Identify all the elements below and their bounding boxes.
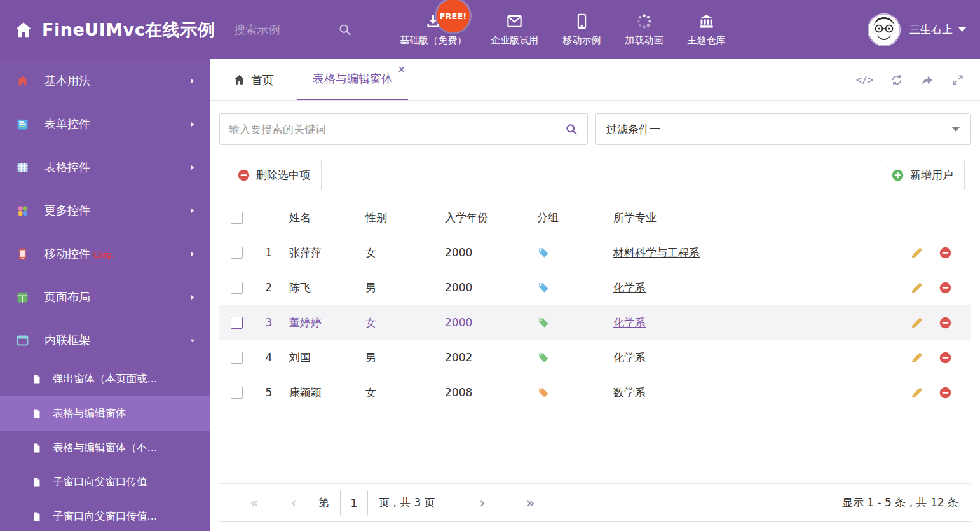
sidebar-subitem-grid-edit-window[interactable]: 表格与编辑窗体 — [0, 396, 210, 431]
cell-name: 陈飞 — [284, 280, 360, 295]
plus-circle-icon — [891, 169, 904, 182]
chevron-down-icon — [189, 337, 196, 344]
add-user-button[interactable]: 新增用户 — [880, 160, 965, 190]
nav-item-mobile-demo[interactable]: 移动示例 — [550, 13, 613, 46]
form-icon — [16, 118, 29, 131]
row-checkbox[interactable] — [231, 317, 243, 329]
nav-item-theme-repo[interactable]: 主题仓库 — [675, 13, 737, 46]
username: 三生石上 — [909, 22, 953, 37]
major-link[interactable]: 化学系 — [613, 281, 646, 294]
cell-year: 2000 — [440, 246, 532, 259]
column-major[interactable]: 所学专业 — [608, 210, 900, 225]
edit-icon[interactable] — [910, 351, 923, 364]
home-icon — [16, 74, 29, 88]
refresh-icon[interactable] — [890, 73, 904, 87]
cell-name: 康颖颖 — [284, 385, 360, 400]
top-header: FineUIMvc在线示例 FREE! 基础版（免费） 企业版试用 移动示例 — [0, 0, 980, 59]
delete-icon[interactable] — [939, 316, 952, 329]
corp-badge: Corp. — [93, 251, 114, 259]
table-row[interactable]: 5 康颖颖 女 2008 数学系 — [219, 375, 971, 410]
sidebar-item-more-controls[interactable]: 更多控件 — [0, 189, 210, 232]
table-row[interactable]: 2 陈飞 男 2000 化学系 — [219, 270, 971, 305]
chevron-right-icon — [189, 78, 196, 85]
column-name[interactable]: 姓名 — [284, 210, 360, 225]
sidebar-subitem-child-to-parent-2[interactable]: 子窗口向父窗口传值... — [0, 499, 210, 531]
delete-icon[interactable] — [939, 246, 952, 259]
filter-dropdown[interactable]: 过滤条件一 — [595, 113, 971, 145]
spinner-icon — [636, 13, 653, 30]
sidebar-subitem-label: 弹出窗体（本页面或... — [53, 372, 157, 386]
last-page-button[interactable]: » — [511, 495, 550, 511]
delete-selected-button[interactable]: 删除选中项 — [226, 160, 322, 190]
edit-icon[interactable] — [910, 316, 923, 329]
sidebar-item-basic-usage[interactable]: 基本用法 — [0, 59, 210, 102]
column-gender[interactable]: 性别 — [360, 210, 440, 225]
pagination-summary: 显示 1 - 5 条 , 共 12 条 — [842, 495, 958, 510]
sidebar-item-label: 页面布局 — [44, 289, 90, 305]
sidebar-item-mobile-controls[interactable]: 移动控件 Corp. — [0, 232, 210, 275]
major-link[interactable]: 化学系 — [613, 316, 646, 329]
major-link[interactable]: 材料科学与工程系 — [613, 246, 700, 259]
sidebar-item-form-controls[interactable]: 表单控件 — [0, 102, 210, 146]
nav-label: 加载动画 — [625, 34, 663, 46]
page-number-input[interactable] — [340, 490, 368, 516]
envelope-icon — [506, 13, 523, 30]
delete-icon[interactable] — [939, 386, 952, 399]
sidebar-item-page-layout[interactable]: 页面布局 — [0, 275, 210, 319]
app-root: FineUIMvc在线示例 FREE! 基础版（免费） 企业版试用 移动示例 — [0, 0, 980, 531]
tab-grid-edit-window[interactable]: 表格与编辑窗体 × — [297, 59, 408, 100]
mobile-icon — [16, 247, 29, 261]
first-page-button[interactable]: « — [235, 495, 274, 511]
sidebar-subitem-grid-edit-window-2[interactable]: 表格与编辑窗体（不... — [0, 431, 210, 465]
tab-home[interactable]: 首页 — [232, 59, 275, 100]
open-new-window-icon[interactable] — [920, 73, 934, 87]
row-checkbox[interactable] — [231, 352, 243, 364]
table-header-row: 姓名 性别 入学年份 分组 所学专业 — [219, 200, 971, 235]
view-source-icon[interactable]: </> — [856, 73, 873, 87]
next-page-button[interactable]: › — [454, 495, 511, 511]
row-checkbox[interactable] — [231, 387, 243, 399]
search-icon[interactable] — [565, 123, 578, 136]
file-icon — [31, 408, 42, 419]
bank-icon — [698, 13, 715, 30]
tag-icon — [537, 387, 549, 399]
nav-item-enterprise-trial[interactable]: 企业版试用 — [479, 13, 550, 46]
sidebar: 基本用法 表单控件 表格控件 更多控件 移动控件 Cor — [0, 59, 210, 531]
sidebar-item-inline-frame[interactable]: 内联框架 — [0, 319, 210, 362]
brand[interactable]: FineUIMvc在线示例 — [0, 18, 215, 41]
grid-toolbar: 删除选中项 新增用户 — [219, 153, 971, 200]
tag-icon — [537, 352, 549, 364]
column-year[interactable]: 入学年份 — [440, 210, 532, 225]
row-checkbox[interactable] — [231, 247, 243, 259]
user-menu[interactable]: 三生石上 — [868, 13, 980, 46]
table-row[interactable]: 1 张萍萍 女 2000 材料科学与工程系 — [219, 235, 971, 270]
home-icon — [14, 20, 33, 39]
delete-icon[interactable] — [939, 281, 952, 294]
sidebar-subitem-popup-window[interactable]: 弹出窗体（本页面或... — [0, 362, 210, 396]
table-row[interactable]: 3 董婷婷 女 2000 化学系 — [219, 305, 971, 340]
edit-icon[interactable] — [910, 386, 923, 399]
sidebar-item-label: 移动控件 — [44, 246, 90, 261]
sidebar-subitem-label: 子窗口向父窗口传值 — [53, 475, 147, 489]
filter-row: 过滤条件一 — [219, 113, 971, 145]
column-group[interactable]: 分组 — [532, 210, 608, 225]
row-checkbox[interactable] — [231, 282, 243, 294]
search-icon[interactable] — [338, 23, 352, 37]
nav-label: 移动示例 — [562, 34, 601, 46]
header-search-input[interactable] — [234, 23, 329, 36]
select-all-checkbox[interactable] — [231, 212, 243, 224]
major-link[interactable]: 数学系 — [613, 386, 646, 399]
sidebar-subitem-child-to-parent[interactable]: 子窗口向父窗口传值 — [0, 465, 210, 499]
keyword-search-input[interactable] — [229, 123, 565, 135]
edit-icon[interactable] — [910, 246, 923, 259]
close-icon[interactable]: × — [397, 65, 405, 74]
nav-item-loading-animations[interactable]: 加载动画 — [613, 13, 675, 46]
sidebar-item-grid-controls[interactable]: 表格控件 — [0, 146, 210, 189]
prev-page-button[interactable]: ‹ — [274, 495, 313, 511]
delete-icon[interactable] — [939, 351, 952, 364]
table-row[interactable]: 4 刘国 男 2002 化学系 — [219, 340, 971, 375]
major-link[interactable]: 化学系 — [613, 351, 646, 364]
chevron-down-icon — [958, 27, 966, 32]
fullscreen-icon[interactable] — [951, 73, 965, 87]
edit-icon[interactable] — [910, 281, 923, 294]
